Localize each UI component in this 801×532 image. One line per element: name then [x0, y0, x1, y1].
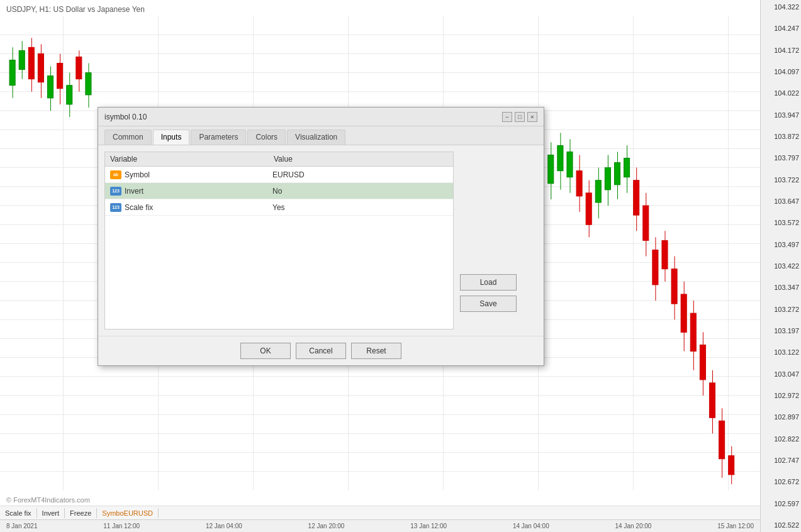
close-button[interactable]: ×	[527, 112, 537, 122]
reset-button[interactable]: Reset	[351, 343, 401, 359]
variable-value-scalefix: Yes	[272, 203, 285, 212]
variable-name-symbol: Symbol	[125, 170, 272, 179]
svg-rect-39	[38, 53, 43, 82]
time-axis: 8 Jan 2021 11 Jan 12:00 12 Jan 04:00 12 …	[0, 519, 760, 532]
price-axis: 104.322 104.247 104.172 104.097 104.022 …	[760, 0, 801, 532]
dialog-title: isymbol 0.10	[104, 113, 147, 121]
svg-rect-63	[605, 168, 610, 190]
type-icon-ab: ab	[110, 170, 121, 179]
minimize-button[interactable]: −	[502, 112, 512, 122]
type-icon-123: 123	[110, 187, 121, 196]
svg-rect-81	[690, 313, 696, 351]
svg-rect-67	[624, 158, 630, 177]
svg-rect-57	[576, 171, 582, 196]
variable-value-symbol: EURUSD	[272, 170, 305, 179]
tab-common[interactable]: Common	[104, 130, 152, 145]
status-symbol: SymboEURUSD	[97, 508, 159, 518]
tab-parameters[interactable]: Parameters	[191, 130, 246, 145]
svg-rect-85	[709, 383, 715, 418]
variable-header: Variable	[110, 155, 274, 163]
ok-button[interactable]: OK	[240, 343, 291, 359]
svg-rect-79	[681, 294, 686, 332]
content-area: Variable Value ab Symbol EURUSD 123 Inve…	[104, 152, 537, 330]
svg-rect-53	[557, 145, 563, 170]
svg-rect-75	[662, 240, 668, 269]
dialog-titlebar: isymbol 0.10 − □ ×	[98, 108, 544, 126]
svg-rect-45	[67, 86, 72, 104]
maximize-button[interactable]: □	[515, 112, 525, 122]
svg-rect-69	[634, 180, 639, 215]
table-header: Variable Value	[105, 152, 453, 167]
load-button[interactable]: Load	[460, 274, 517, 291]
svg-rect-37	[28, 47, 34, 79]
right-panel: Load Save	[460, 152, 517, 312]
tab-visualization[interactable]: Visualization	[287, 130, 345, 145]
save-button[interactable]: Save	[460, 296, 517, 312]
svg-rect-59	[586, 193, 591, 224]
variable-name-scalefix: Scale fix	[125, 203, 272, 212]
svg-rect-51	[548, 155, 554, 183]
variable-name-invert: Invert	[125, 187, 272, 196]
svg-rect-49	[86, 73, 91, 95]
cancel-button[interactable]: Cancel	[296, 343, 346, 359]
dialog-controls: − □ ×	[502, 112, 537, 122]
copyright-text: © ForexMT4Indicators.com	[6, 496, 90, 504]
indicator-dialog: isymbol 0.10 − □ × Common Inputs Paramet…	[98, 107, 544, 366]
svg-rect-65	[614, 163, 620, 185]
tab-inputs[interactable]: Inputs	[153, 130, 190, 145]
svg-rect-87	[719, 421, 725, 458]
dialog-content: Variable Value ab Symbol EURUSD 123 Inve…	[98, 145, 544, 336]
svg-rect-73	[653, 250, 658, 284]
status-scale-fix: Scale fix	[0, 508, 37, 518]
table-empty-area	[105, 216, 453, 329]
svg-rect-43	[57, 64, 63, 89]
table-row[interactable]: ab Symbol EURUSD	[105, 167, 453, 183]
svg-rect-71	[643, 206, 649, 240]
variables-table: Variable Value ab Symbol EURUSD 123 Inve…	[104, 152, 454, 330]
status-bar: Scale fix Invert Freeze SymboEURUSD	[0, 506, 760, 519]
table-row[interactable]: 123 Scale fix Yes	[105, 199, 453, 216]
value-header: Value	[274, 155, 293, 163]
chart-title: USDJPY, H1: US Dollar vs Japanese Yen	[6, 5, 145, 14]
svg-rect-33	[9, 60, 15, 85]
svg-rect-47	[76, 57, 82, 79]
svg-rect-77	[671, 269, 677, 304]
svg-rect-41	[48, 76, 53, 98]
status-freeze: Freeze	[65, 508, 97, 518]
svg-rect-83	[700, 345, 705, 379]
table-row[interactable]: 123 Invert No	[105, 183, 453, 199]
svg-rect-61	[595, 180, 601, 202]
dialog-tabs: Common Inputs Parameters Colors Visualiz…	[98, 126, 544, 145]
dialog-footer: OK Cancel Reset	[98, 336, 544, 365]
svg-rect-89	[729, 456, 734, 475]
status-invert: Invert	[37, 508, 65, 518]
variable-value-invert: No	[272, 187, 282, 196]
tab-colors[interactable]: Colors	[247, 130, 286, 145]
svg-rect-35	[19, 50, 25, 69]
svg-rect-55	[567, 152, 573, 177]
type-icon-123: 123	[110, 203, 121, 212]
